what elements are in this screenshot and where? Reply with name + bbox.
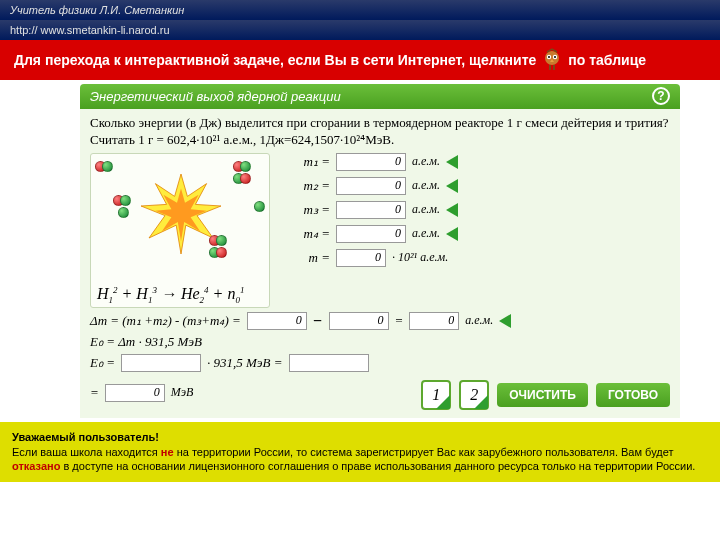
m3-input[interactable] bbox=[336, 201, 406, 219]
done-button[interactable]: ГОТОВО bbox=[596, 383, 670, 407]
applet-title-bar: Энергетический выход ядерной реакции ? bbox=[80, 84, 680, 109]
help-icon[interactable]: ? bbox=[652, 87, 670, 105]
m1-input[interactable] bbox=[336, 153, 406, 171]
m-unit: · 10²¹ а.е.м. bbox=[392, 250, 448, 265]
m2-fill-icon[interactable] bbox=[446, 179, 458, 193]
svg-point-4 bbox=[554, 56, 556, 58]
dm-input-2[interactable] bbox=[329, 312, 389, 330]
m2-input[interactable] bbox=[336, 177, 406, 195]
instruction-bar: Для перехода к интерактивной задаче, есл… bbox=[0, 40, 720, 80]
m4-unit: а.е.м. bbox=[412, 226, 440, 241]
instruction-text-2: по таблице bbox=[568, 52, 646, 68]
clear-button[interactable]: ОЧИСТИТЬ bbox=[497, 383, 588, 407]
m1-label: m₁ = bbox=[280, 154, 330, 170]
e0-input-1[interactable] bbox=[121, 354, 201, 372]
owl-icon bbox=[540, 48, 564, 72]
dm-result[interactable] bbox=[409, 312, 459, 330]
e0-formula: E₀ = Δm · 931,5 МэВ bbox=[90, 334, 202, 350]
question-text: Сколько энергии (в Дж) выделится при сго… bbox=[90, 115, 670, 149]
notice-red-1: не bbox=[161, 446, 174, 458]
step-2-button[interactable]: 2 bbox=[459, 380, 489, 410]
m4-input[interactable] bbox=[336, 225, 406, 243]
notice-t1: Если ваша школа находится bbox=[12, 446, 161, 458]
m3-unit: а.е.м. bbox=[412, 202, 440, 217]
svg-point-3 bbox=[548, 56, 550, 58]
final-eq: = bbox=[90, 385, 99, 401]
m2-unit: а.е.м. bbox=[412, 178, 440, 193]
dm-label: Δm = (m₁ +m₂) - (m₃+m₄) = bbox=[90, 313, 241, 329]
m1-unit: а.е.м. bbox=[412, 154, 440, 169]
reaction-diagram: H12 + H13 → He24 + n01 bbox=[90, 153, 270, 308]
m-label: m = bbox=[280, 250, 330, 266]
corner-icon bbox=[436, 395, 450, 409]
m-input[interactable] bbox=[336, 249, 386, 267]
m1-fill-icon[interactable] bbox=[446, 155, 458, 169]
mass-inputs: m₁ =а.е.м. m₂ =а.е.м. m₃ =а.е.м. m₄ =а.е… bbox=[280, 153, 670, 308]
step-1-button[interactable]: 1 bbox=[421, 380, 451, 410]
e0-input-2[interactable] bbox=[289, 354, 369, 372]
m4-label: m₄ = bbox=[280, 226, 330, 242]
m4-fill-icon[interactable] bbox=[446, 227, 458, 241]
author-header: Учитель физики Л.И. Сметанкин bbox=[0, 0, 720, 20]
dm-minus: − bbox=[313, 312, 323, 330]
applet-title: Энергетический выход ядерной реакции bbox=[90, 89, 341, 104]
notice-t2: на территории России, то система зарегис… bbox=[174, 446, 674, 458]
dm-fill-icon[interactable] bbox=[499, 314, 511, 328]
dm-input-1[interactable] bbox=[247, 312, 307, 330]
m3-label: m₃ = bbox=[280, 202, 330, 218]
site-url: http:// www.smetankin-li.narod.ru bbox=[0, 20, 720, 40]
m2-label: m₂ = bbox=[280, 178, 330, 194]
instruction-text-1: Для перехода к интерактивной задаче, есл… bbox=[14, 52, 536, 68]
e0-lbl: E₀ = bbox=[90, 355, 115, 371]
dm-eq: = bbox=[395, 313, 404, 329]
reaction-equation: H12 + H13 → He24 + n01 bbox=[97, 285, 244, 303]
license-notice: Уважаемый пользователь! Если ваша школа … bbox=[0, 422, 720, 483]
notice-red-2: отказано bbox=[12, 460, 60, 472]
notice-heading: Уважаемый пользователь! bbox=[12, 431, 159, 443]
svg-rect-6 bbox=[549, 65, 551, 70]
task-applet[interactable]: Энергетический выход ядерной реакции ? С… bbox=[80, 84, 680, 418]
corner-icon bbox=[474, 395, 488, 409]
final-unit: МэВ bbox=[171, 385, 194, 400]
notice-t3: в доступе на основании лицензионного сог… bbox=[60, 460, 695, 472]
applet-body: Сколько энергии (в Дж) выделится при сго… bbox=[80, 109, 680, 418]
final-input[interactable] bbox=[105, 384, 165, 402]
m3-fill-icon[interactable] bbox=[446, 203, 458, 217]
e0-mid: · 931,5 МэВ = bbox=[207, 355, 283, 371]
svg-rect-7 bbox=[553, 65, 555, 70]
dm-unit: а.е.м. bbox=[465, 313, 493, 328]
